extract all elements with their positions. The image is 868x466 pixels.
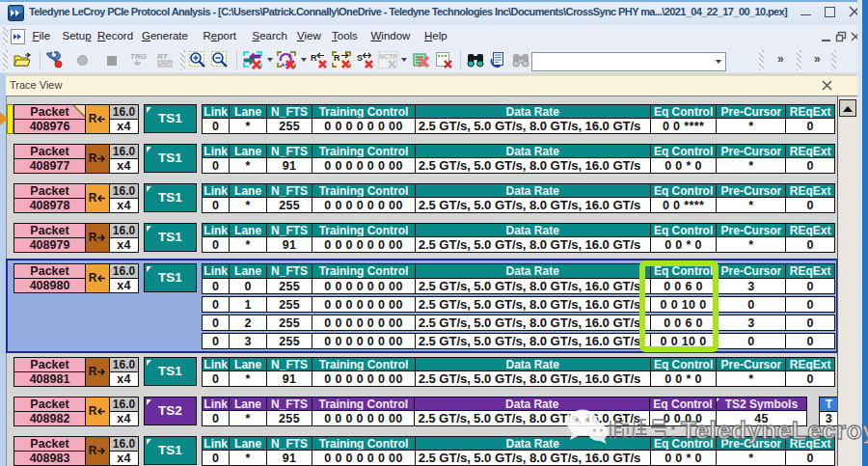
svg-text:R: R <box>334 53 340 63</box>
svg-text:TRG: TRG <box>130 52 147 61</box>
svg-text:NCTP: NCTP <box>379 53 397 60</box>
svg-text:RT: RT <box>157 52 169 61</box>
svg-text:S: S <box>357 53 363 63</box>
svg-text:R: R <box>311 53 317 63</box>
